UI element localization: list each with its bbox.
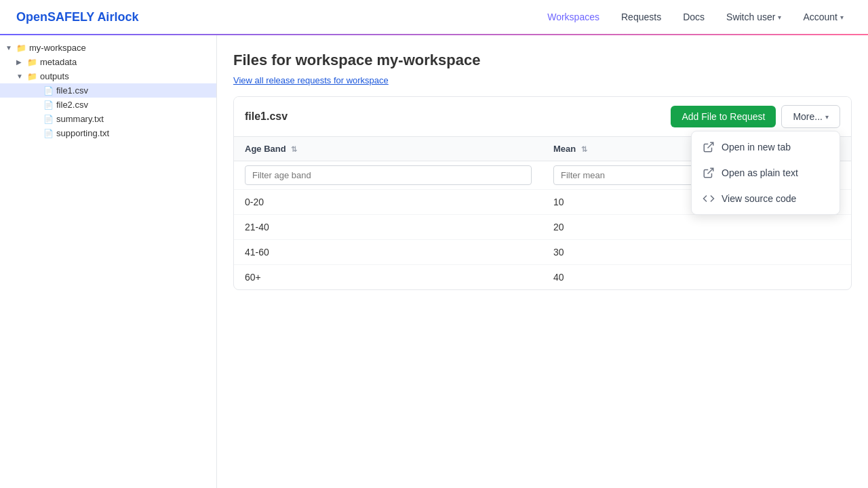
page-header: Files for workspace my-workspace View al… (217, 35, 868, 96)
file-viewer: file1.csv Add File to Request More... ▾ (233, 96, 852, 290)
tree-item-supporting-txt[interactable]: 📄 supporting.txt (0, 126, 216, 140)
view-release-requests-link[interactable]: View all release requests for workspace (233, 75, 389, 85)
more-button-label: More... (793, 111, 823, 122)
cell-age-band-0: 0-20 (234, 190, 542, 215)
tree-item-file1-csv[interactable]: 📄 file1.csv (0, 83, 216, 98)
tree-toggle-my-workspace[interactable]: ▼ (5, 44, 16, 52)
tree-label-supporting-txt: supporting.txt (56, 128, 109, 138)
view-source-item[interactable]: View source code (692, 186, 840, 211)
file-viewer-header: file1.csv Add File to Request More... ▾ (234, 97, 851, 137)
nav-account[interactable]: Account ▾ (795, 7, 852, 26)
header: OpenSAFELY Airlock Workspaces Requests D… (0, 0, 868, 35)
filter-age-band-cell (234, 161, 542, 190)
sort-icon-mean[interactable]: ⇅ (581, 145, 587, 154)
nav-requests[interactable]: Requests (613, 7, 669, 26)
folder-icon: 📁 (16, 43, 26, 53)
main-content: Files for workspace my-workspace View al… (217, 35, 868, 488)
cell-age-band-1: 21-40 (234, 215, 542, 240)
cell-mean-1: 20 (542, 215, 851, 240)
table-row: 41-60 30 (234, 240, 851, 265)
tree-label-metadata: metadata (40, 57, 77, 67)
folder-icon-outputs: 📁 (27, 72, 37, 81)
table-row: 60+ 40 (234, 265, 851, 290)
open-plain-text-item[interactable]: Open as plain text (692, 160, 840, 186)
account-chevron-icon: ▾ (840, 14, 844, 21)
filter-age-band-input[interactable] (245, 165, 532, 185)
file-icon-summary: 📄 (43, 115, 54, 124)
file-icon-file2: 📄 (43, 100, 54, 110)
tree-item-summary-txt[interactable]: 📄 summary.txt (0, 112, 216, 126)
more-button[interactable]: More... ▾ (781, 105, 840, 128)
tree-toggle-outputs[interactable]: ▼ (16, 73, 27, 80)
nav-switch-user[interactable]: Switch user ▾ (718, 7, 789, 26)
file-icon-file1: 📄 (43, 86, 54, 96)
tree-item-outputs[interactable]: ▼ 📁 outputs (0, 69, 216, 83)
tree-item-metadata[interactable]: ▶ 📁 metadata (0, 55, 216, 69)
tree-toggle-metadata[interactable]: ▶ (16, 58, 27, 66)
cell-mean-2: 30 (542, 240, 851, 265)
svg-line-1 (708, 168, 713, 174)
tree-label-outputs: outputs (40, 71, 69, 81)
nav-docs[interactable]: Docs (675, 7, 713, 26)
open-new-tab-item[interactable]: Open in new tab (692, 134, 840, 160)
logo: OpenSAFELY Airlock (16, 10, 138, 24)
more-dropdown-menu: Open in new tab Open as plain text (691, 131, 840, 215)
folder-icon-metadata: 📁 (27, 58, 37, 67)
tree-label-summary-txt: summary.txt (56, 114, 104, 124)
svg-line-0 (708, 142, 713, 148)
sidebar: ▼ 📁 my-workspace ▶ 📁 metadata ▼ 📁 output… (0, 35, 217, 488)
add-file-to-request-button[interactable]: Add File to Request (671, 106, 776, 127)
tree-label-my-workspace: my-workspace (29, 43, 86, 53)
file-name: file1.csv (245, 110, 288, 123)
more-button-wrapper: More... ▾ Open in new tab (781, 105, 840, 128)
table-row: 21-40 20 (234, 215, 851, 240)
file-icon-supporting: 📄 (43, 129, 54, 138)
more-chevron-icon: ▾ (825, 113, 829, 121)
cell-mean-3: 40 (542, 265, 851, 290)
main-nav: Workspaces Requests Docs Switch user ▾ A… (539, 7, 852, 26)
tree-item-my-workspace[interactable]: ▼ 📁 my-workspace (0, 41, 216, 55)
open-new-tab-label: Open in new tab (722, 142, 791, 152)
switch-user-chevron-icon: ▾ (778, 14, 781, 21)
logo-primary: OpenSAFELY (16, 10, 94, 24)
tree-label-file2-csv: file2.csv (56, 100, 88, 110)
cell-age-band-2: 41-60 (234, 240, 542, 265)
page-title: Files for workspace my-workspace (233, 52, 852, 69)
col-header-age-band[interactable]: Age Band ⇅ (234, 137, 542, 161)
file-actions: Add File to Request More... ▾ (671, 105, 840, 128)
external-link-icon-2 (703, 167, 715, 179)
tree-item-file2-csv[interactable]: 📄 file2.csv (0, 98, 216, 112)
sort-icon-age-band[interactable]: ⇅ (291, 145, 297, 154)
external-link-icon-1 (703, 141, 715, 153)
cell-age-band-3: 60+ (234, 265, 542, 290)
main-layout: ▼ 📁 my-workspace ▶ 📁 metadata ▼ 📁 output… (0, 35, 868, 488)
nav-workspaces[interactable]: Workspaces (539, 7, 608, 26)
tree-label-file1-csv: file1.csv (56, 85, 88, 96)
view-source-label: View source code (722, 193, 796, 204)
open-plain-text-label: Open as plain text (722, 167, 798, 178)
code-icon (703, 192, 715, 205)
logo-accent: Airlock (97, 10, 138, 24)
